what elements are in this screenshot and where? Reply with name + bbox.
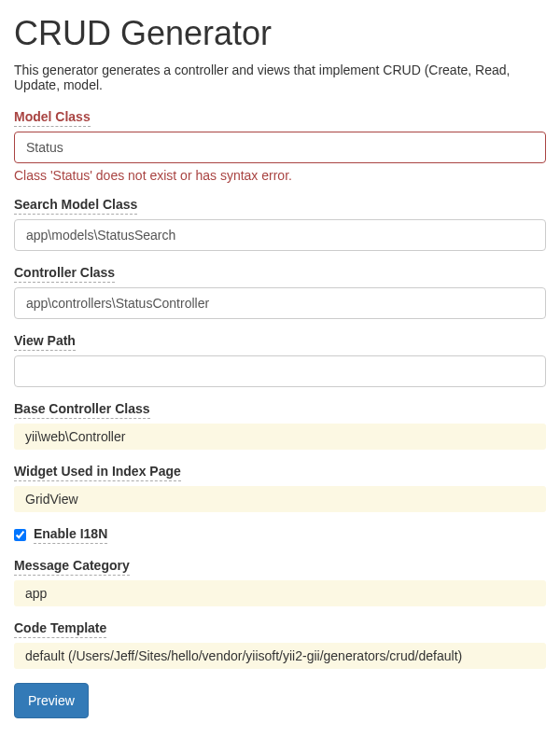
index-widget-label: Widget Used in Index Page xyxy=(14,464,181,481)
enable-i18n-group: Enable I18N xyxy=(14,526,546,544)
view-path-label: View Path xyxy=(14,333,76,351)
controller-class-input[interactable] xyxy=(14,287,546,319)
base-controller-class-group: Base Controller Class yii\web\Controller xyxy=(14,401,546,450)
preview-button[interactable]: Preview xyxy=(14,683,89,718)
view-path-input[interactable] xyxy=(14,355,546,387)
model-class-input[interactable] xyxy=(14,132,546,163)
model-class-error: Class 'Status' does not exist or has syn… xyxy=(14,168,546,183)
message-category-value[interactable]: app xyxy=(14,580,546,606)
enable-i18n-checkbox[interactable] xyxy=(14,529,26,541)
page-title: CRUD Generator xyxy=(14,14,546,53)
controller-class-label: Controller Class xyxy=(14,265,115,283)
message-category-group: Message Category app xyxy=(14,558,546,606)
code-template-group: Code Template default (/Users/Jeff/Sites… xyxy=(14,620,546,669)
page-description: This generator generates a controller an… xyxy=(14,63,546,92)
search-model-class-group: Search Model Class xyxy=(14,197,546,251)
model-class-label: Model Class xyxy=(14,109,91,127)
index-widget-group: Widget Used in Index Page GridView xyxy=(14,464,546,512)
code-template-value[interactable]: default (/Users/Jeff/Sites/hello/vendor/… xyxy=(14,643,546,669)
search-model-class-label: Search Model Class xyxy=(14,197,137,215)
controller-class-group: Controller Class xyxy=(14,265,546,319)
enable-i18n-label: Enable I18N xyxy=(34,526,107,544)
base-controller-class-value[interactable]: yii\web\Controller xyxy=(14,424,546,450)
view-path-group: View Path xyxy=(14,333,546,387)
base-controller-class-label: Base Controller Class xyxy=(14,401,150,419)
index-widget-value[interactable]: GridView xyxy=(14,486,546,512)
search-model-class-input[interactable] xyxy=(14,219,546,251)
message-category-label: Message Category xyxy=(14,558,130,576)
code-template-label: Code Template xyxy=(14,620,106,638)
model-class-group: Model Class Class 'Status' does not exis… xyxy=(14,109,546,183)
